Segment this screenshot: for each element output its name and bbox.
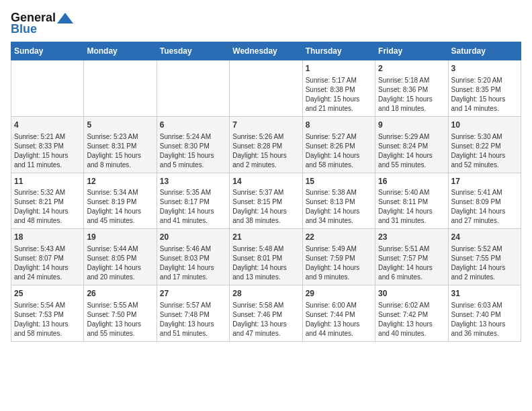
- day-info: Sunrise: 5:34 AM Sunset: 8:19 PM Dayligh…: [87, 188, 153, 226]
- calendar-cell: 10Sunrise: 5:30 AM Sunset: 8:22 PM Dayli…: [448, 116, 521, 173]
- day-info: Sunrise: 5:52 AM Sunset: 7:55 PM Dayligh…: [451, 244, 518, 282]
- day-number: 31: [451, 288, 518, 300]
- calendar-cell: 9Sunrise: 5:29 AM Sunset: 8:24 PM Daylig…: [375, 116, 448, 173]
- day-number: 26: [87, 288, 153, 300]
- calendar-cell: [230, 60, 302, 117]
- day-info: Sunrise: 5:30 AM Sunset: 8:22 PM Dayligh…: [451, 132, 518, 170]
- calendar-cell: 26Sunrise: 5:55 AM Sunset: 7:50 PM Dayli…: [84, 285, 157, 342]
- day-number: 6: [160, 120, 226, 131]
- day-info: Sunrise: 5:46 AM Sunset: 8:03 PM Dayligh…: [160, 244, 226, 282]
- calendar-cell: 17Sunrise: 5:41 AM Sunset: 8:09 PM Dayli…: [448, 173, 521, 229]
- day-info: Sunrise: 5:21 AM Sunset: 8:33 PM Dayligh…: [14, 132, 81, 170]
- day-info: Sunrise: 6:00 AM Sunset: 7:44 PM Dayligh…: [306, 301, 372, 338]
- calendar-cell: 24Sunrise: 5:52 AM Sunset: 7:55 PM Dayli…: [448, 229, 521, 285]
- day-info: Sunrise: 5:24 AM Sunset: 8:30 PM Dayligh…: [160, 132, 226, 170]
- svg-marker-0: [57, 13, 73, 24]
- day-number: 25: [14, 288, 81, 300]
- day-number: 23: [378, 232, 445, 243]
- calendar-cell: 13Sunrise: 5:35 AM Sunset: 8:17 PM Dayli…: [157, 173, 229, 229]
- day-info: Sunrise: 5:32 AM Sunset: 8:21 PM Dayligh…: [14, 188, 81, 226]
- day-number: 28: [232, 288, 299, 300]
- day-number: 9: [378, 120, 445, 131]
- calendar-cell: 14Sunrise: 5:37 AM Sunset: 8:15 PM Dayli…: [230, 173, 302, 229]
- day-number: 7: [232, 120, 299, 131]
- calendar-header-tuesday: Tuesday: [157, 42, 229, 60]
- calendar-cell: 15Sunrise: 5:38 AM Sunset: 8:13 PM Dayli…: [302, 173, 375, 229]
- day-number: 13: [160, 176, 226, 187]
- day-number: 17: [451, 176, 518, 187]
- calendar-cell: 8Sunrise: 5:27 AM Sunset: 8:26 PM Daylig…: [302, 116, 375, 173]
- day-number: 15: [306, 176, 372, 187]
- day-number: 1: [306, 63, 372, 75]
- calendar-cell: 31Sunrise: 6:03 AM Sunset: 7:40 PM Dayli…: [448, 285, 521, 342]
- calendar-header-monday: Monday: [84, 42, 157, 60]
- calendar-header-row: SundayMondayTuesdayWednesdayThursdayFrid…: [11, 42, 521, 60]
- day-number: 11: [14, 176, 81, 187]
- day-number: 24: [451, 232, 518, 243]
- day-info: Sunrise: 5:23 AM Sunset: 8:31 PM Dayligh…: [87, 132, 153, 170]
- day-number: 8: [306, 120, 372, 131]
- day-number: 12: [87, 176, 153, 187]
- day-info: Sunrise: 5:20 AM Sunset: 8:35 PM Dayligh…: [451, 76, 518, 113]
- day-info: Sunrise: 5:26 AM Sunset: 8:28 PM Dayligh…: [232, 132, 299, 170]
- day-info: Sunrise: 5:38 AM Sunset: 8:13 PM Dayligh…: [306, 188, 372, 226]
- day-number: 16: [378, 176, 445, 187]
- calendar-header-friday: Friday: [375, 42, 448, 60]
- day-info: Sunrise: 5:43 AM Sunset: 8:07 PM Dayligh…: [14, 244, 81, 282]
- calendar-cell: 25Sunrise: 5:54 AM Sunset: 7:53 PM Dayli…: [11, 285, 84, 342]
- day-number: 19: [87, 232, 153, 243]
- day-info: Sunrise: 6:02 AM Sunset: 7:42 PM Dayligh…: [378, 301, 445, 338]
- day-info: Sunrise: 5:18 AM Sunset: 8:36 PM Dayligh…: [378, 76, 445, 113]
- day-info: Sunrise: 5:44 AM Sunset: 8:05 PM Dayligh…: [87, 244, 153, 282]
- calendar-cell: 28Sunrise: 5:58 AM Sunset: 7:46 PM Dayli…: [230, 285, 302, 342]
- calendar-header-saturday: Saturday: [448, 42, 521, 60]
- calendar-cell: 4Sunrise: 5:21 AM Sunset: 8:33 PM Daylig…: [11, 116, 84, 173]
- day-number: 29: [306, 288, 372, 300]
- day-info: Sunrise: 5:58 AM Sunset: 7:46 PM Dayligh…: [232, 301, 299, 338]
- calendar-cell: 3Sunrise: 5:20 AM Sunset: 8:35 PM Daylig…: [448, 60, 521, 117]
- day-number: 5: [87, 120, 153, 131]
- day-number: 22: [306, 232, 372, 243]
- day-info: Sunrise: 5:37 AM Sunset: 8:15 PM Dayligh…: [232, 188, 299, 226]
- logo: General Blue: [11, 11, 75, 36]
- calendar-cell: 19Sunrise: 5:44 AM Sunset: 8:05 PM Dayli…: [84, 229, 157, 285]
- day-number: 2: [378, 63, 445, 75]
- day-number: 20: [160, 232, 226, 243]
- calendar-week-row: 25Sunrise: 5:54 AM Sunset: 7:53 PM Dayli…: [11, 285, 521, 342]
- day-number: 10: [451, 120, 518, 131]
- calendar-cell: 27Sunrise: 5:57 AM Sunset: 7:48 PM Dayli…: [157, 285, 229, 342]
- calendar-cell: 7Sunrise: 5:26 AM Sunset: 8:28 PM Daylig…: [230, 116, 302, 173]
- calendar-cell: 11Sunrise: 5:32 AM Sunset: 8:21 PM Dayli…: [11, 173, 84, 229]
- calendar-cell: 23Sunrise: 5:51 AM Sunset: 7:57 PM Dayli…: [375, 229, 448, 285]
- calendar-cell: [84, 60, 157, 117]
- calendar-cell: 6Sunrise: 5:24 AM Sunset: 8:30 PM Daylig…: [157, 116, 229, 173]
- calendar-header-sunday: Sunday: [11, 42, 84, 60]
- day-info: Sunrise: 5:49 AM Sunset: 7:59 PM Dayligh…: [306, 244, 372, 282]
- calendar-cell: 16Sunrise: 5:40 AM Sunset: 8:11 PM Dayli…: [375, 173, 448, 229]
- day-info: Sunrise: 5:54 AM Sunset: 7:53 PM Dayligh…: [14, 301, 81, 338]
- day-info: Sunrise: 5:29 AM Sunset: 8:24 PM Dayligh…: [378, 132, 445, 170]
- calendar-cell: 21Sunrise: 5:48 AM Sunset: 8:01 PM Dayli…: [230, 229, 302, 285]
- calendar-cell: 2Sunrise: 5:18 AM Sunset: 8:36 PM Daylig…: [375, 60, 448, 117]
- calendar-header-thursday: Thursday: [302, 42, 375, 60]
- day-info: Sunrise: 5:55 AM Sunset: 7:50 PM Dayligh…: [87, 301, 153, 338]
- calendar-header-wednesday: Wednesday: [230, 42, 302, 60]
- calendar-cell: 12Sunrise: 5:34 AM Sunset: 8:19 PM Dayli…: [84, 173, 157, 229]
- calendar-cell: 22Sunrise: 5:49 AM Sunset: 7:59 PM Dayli…: [302, 229, 375, 285]
- day-number: 30: [378, 288, 445, 300]
- day-info: Sunrise: 5:48 AM Sunset: 8:01 PM Dayligh…: [232, 244, 299, 282]
- calendar-week-row: 4Sunrise: 5:21 AM Sunset: 8:33 PM Daylig…: [11, 116, 521, 173]
- day-number: 18: [14, 232, 81, 243]
- calendar-cell: [11, 60, 84, 117]
- day-number: 21: [232, 232, 299, 243]
- day-number: 14: [232, 176, 299, 187]
- calendar-cell: 1Sunrise: 5:17 AM Sunset: 8:38 PM Daylig…: [302, 60, 375, 117]
- calendar-week-row: 18Sunrise: 5:43 AM Sunset: 8:07 PM Dayli…: [11, 229, 521, 285]
- day-number: 3: [451, 63, 518, 75]
- day-number: 27: [160, 288, 226, 300]
- day-number: 4: [14, 120, 81, 131]
- calendar-cell: [157, 60, 229, 117]
- day-info: Sunrise: 5:17 AM Sunset: 8:38 PM Dayligh…: [306, 76, 372, 113]
- page-header: General Blue: [11, 11, 521, 36]
- calendar-cell: 29Sunrise: 6:00 AM Sunset: 7:44 PM Dayli…: [302, 285, 375, 342]
